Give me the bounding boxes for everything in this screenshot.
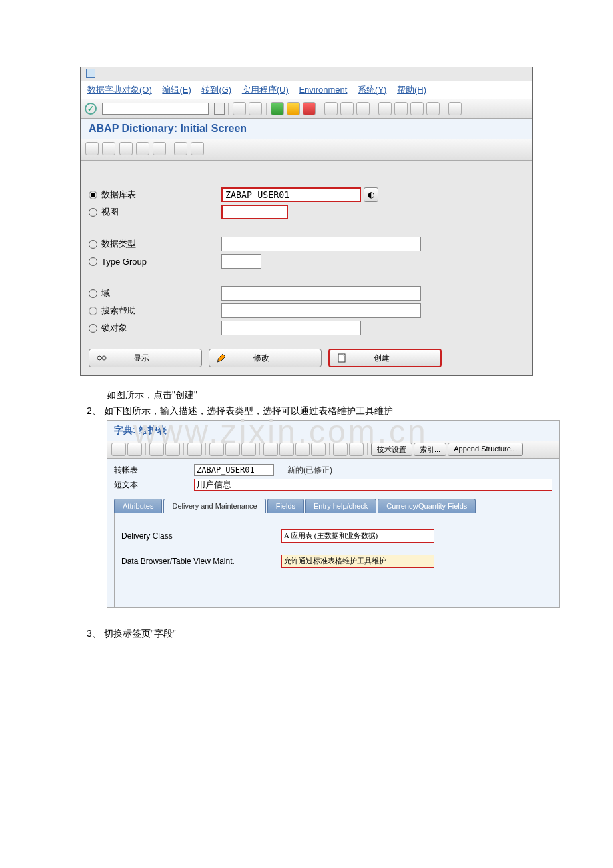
info-icon[interactable]	[153, 142, 166, 155]
display-label: 显示	[133, 353, 149, 364]
list-item-3: 3、 切换标签页"字段"	[87, 628, 533, 640]
help-icon[interactable]	[448, 102, 462, 115]
input-domain[interactable]	[221, 286, 421, 301]
pencil-icon	[216, 353, 227, 363]
nav-back-icon[interactable]	[271, 102, 284, 115]
screenshot-initial-screen: 数据字典对象(O) 编辑(E) 转到(G) 实用程序(U) Environmen…	[80, 67, 533, 376]
tablename-field: ZABAP_USER01	[194, 464, 274, 476]
page-title-2: 字典: 维护表	[107, 421, 559, 441]
new-page-icon	[336, 353, 347, 363]
first-page-icon[interactable]	[378, 102, 392, 115]
tb-icon[interactable]	[349, 443, 364, 456]
maint-label: Data Browser/Table View Maint.	[121, 557, 281, 566]
tab-fields[interactable]: Fields	[267, 499, 304, 513]
list-item-2: 2、 如下图所示，输入描述，选择表类型，选择可以通过表格维护工具维护	[87, 405, 533, 417]
window-icon-bar	[81, 67, 532, 81]
next-page-icon[interactable]	[410, 102, 424, 115]
display-change-icon[interactable]	[149, 443, 164, 456]
check-icon[interactable]	[102, 142, 115, 155]
input-view[interactable]	[221, 205, 288, 219]
radio-searchhelp[interactable]	[89, 307, 97, 315]
radio-view[interactable]	[89, 208, 97, 217]
change-label: 修改	[253, 353, 269, 364]
check-icon[interactable]	[187, 443, 202, 456]
nav-fwd-icon[interactable]	[127, 443, 142, 456]
shorttext-label: 短文本	[114, 479, 194, 491]
display-button[interactable]: 显示	[89, 349, 202, 367]
radio-lockobj[interactable]	[89, 324, 97, 333]
tab-delivery[interactable]: Delivery and Maintenance	[163, 499, 265, 513]
save-icon[interactable]	[249, 102, 262, 115]
find-next-icon[interactable]	[356, 102, 370, 115]
command-field[interactable]	[102, 103, 209, 115]
screenshot-maintain-table: 字典: 维护表 技术设置 索引... Append Structure... 转…	[107, 420, 560, 608]
graphic-icon[interactable]	[295, 443, 310, 456]
standard-toolbar: ✓	[81, 99, 532, 119]
contents-icon[interactable]	[279, 443, 294, 456]
hierarchy-icon[interactable]	[263, 443, 278, 456]
input-searchhelp[interactable]	[221, 303, 421, 318]
window-menu-icon[interactable]	[86, 69, 95, 78]
menu-edit[interactable]: 编辑(E)	[162, 85, 191, 95]
activate-icon[interactable]	[209, 443, 224, 456]
last-page-icon[interactable]	[426, 102, 440, 115]
menu-goto[interactable]: 转到(G)	[201, 85, 231, 95]
tech-settings-button[interactable]: 技术设置	[371, 443, 412, 456]
copy-icon[interactable]	[191, 142, 204, 155]
ok-icon[interactable]: ✓	[85, 103, 97, 115]
instruction-1: 如图所示，点击"创建"	[107, 389, 533, 401]
menu-bar: 数据字典对象(O) 编辑(E) 转到(G) 实用程序(U) Environmen…	[81, 81, 532, 99]
input-lockobj[interactable]	[221, 321, 361, 335]
status-label: 新的(已修正)	[287, 465, 332, 476]
svg-point-1	[102, 356, 106, 360]
prev-page-icon[interactable]	[394, 102, 408, 115]
nav-back-icon[interactable]	[111, 443, 126, 456]
dropdown-icon[interactable]	[214, 103, 225, 115]
f4-help-icon[interactable]: ◐	[364, 187, 378, 202]
toolbar-2: 技术设置 索引... Append Structure...	[107, 441, 559, 459]
back-icon[interactable]	[233, 102, 246, 115]
input-typegroup[interactable]	[221, 254, 261, 269]
create-label: 创建	[374, 353, 390, 364]
other-obj-icon[interactable]	[165, 443, 180, 456]
tb-icon[interactable]	[333, 443, 348, 456]
tab-attributes[interactable]: Attributes	[114, 499, 162, 513]
nav-exit-icon[interactable]	[287, 102, 300, 115]
print-icon[interactable]	[324, 102, 338, 115]
tab-entry-help[interactable]: Entry help/check	[305, 499, 376, 513]
delivery-class-select[interactable]: A 应用表 (主数据和业务数据)	[281, 529, 434, 543]
indexes-button[interactable]: 索引...	[414, 443, 446, 456]
page-title: ABAP Dictionary: Initial Screen	[81, 119, 532, 139]
tab-currency[interactable]: Currency/Quantity Fields	[378, 499, 476, 513]
delete-icon[interactable]	[174, 142, 187, 155]
label-lockobj: 锁对象	[101, 322, 221, 334]
radio-typegroup[interactable]	[89, 257, 97, 266]
create-button[interactable]: 创建	[328, 349, 442, 367]
menu-object[interactable]: 数据字典对象(O)	[87, 85, 152, 95]
shorttext-field[interactable]	[194, 479, 552, 491]
nav-cancel-icon[interactable]	[303, 102, 316, 115]
menu-environment[interactable]: Environment	[299, 85, 347, 95]
content-area: 数据库表 ◐ 视图 数据类型 Type Group 域 搜索帮助	[81, 161, 532, 375]
tab-strip: Attributes Delivery and Maintenance Fiel…	[114, 499, 552, 513]
change-button[interactable]: 修改	[209, 349, 322, 367]
input-datatype[interactable]	[221, 237, 421, 251]
find-icon[interactable]	[340, 102, 354, 115]
label-typegroup: Type Group	[101, 257, 221, 267]
obj-list-icon[interactable]	[241, 443, 256, 456]
label-dbtable: 数据库表	[101, 189, 221, 201]
radio-dbtable[interactable]	[89, 191, 97, 199]
menu-system[interactable]: 系统(Y)	[358, 85, 386, 95]
info-icon[interactable]	[311, 443, 326, 456]
maint-select[interactable]: 允许通过标准表格维护工具维护	[281, 555, 434, 568]
menu-help[interactable]: 帮助(H)	[397, 85, 426, 95]
where-used-icon[interactable]	[136, 142, 149, 155]
radio-datatype[interactable]	[89, 240, 97, 249]
display-change-icon[interactable]	[85, 142, 99, 155]
menu-utilities[interactable]: 实用程序(U)	[242, 85, 289, 95]
radio-domain[interactable]	[89, 289, 97, 298]
activate-icon[interactable]	[119, 142, 133, 155]
input-dbtable[interactable]	[221, 187, 361, 202]
where-used-icon[interactable]	[225, 443, 240, 456]
append-structure-button[interactable]: Append Structure...	[448, 443, 523, 456]
